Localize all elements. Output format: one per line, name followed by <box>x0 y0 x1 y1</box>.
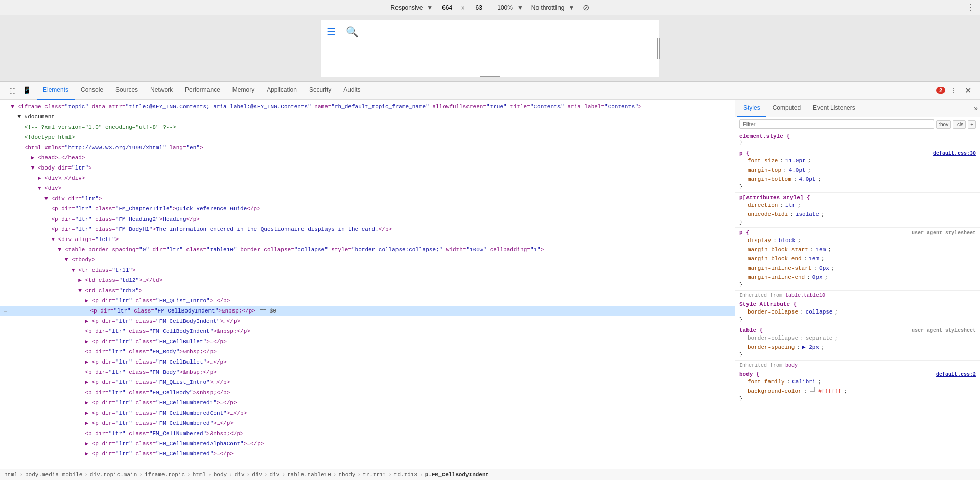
dom-line[interactable]: ▶ <p dir="ltr" class="FM_CellNumbered">…… <box>0 418 735 428</box>
styles-more-icon[interactable]: » <box>974 104 978 112</box>
dom-line[interactable]: <p dir="ltr" class="FM_Body">&nbsp;</p> <box>0 367 735 377</box>
style-prop: unicode-bidi : isolate ; <box>739 210 976 219</box>
dom-line[interactable]: ▶ <p dir="ltr" class="FM_QList_Intro">…<… <box>0 377 735 388</box>
style-prop: margin-inline-start : 0px ; <box>739 263 976 273</box>
hamburger-icon[interactable]: ☰ <box>326 26 336 38</box>
more-tools-button[interactable]: ⋮ <box>947 84 960 97</box>
zoom-chevron-icon: ▼ <box>517 4 523 11</box>
dom-line[interactable]: ▼ <div dir="ltr"> <box>0 194 735 204</box>
style-section-p-1: p { default.css:30 font-size : 11.0pt ; … <box>735 148 980 193</box>
tab-event-listeners[interactable]: Event Listeners <box>807 100 861 117</box>
cls-filter-button[interactable]: .cls <box>953 120 966 129</box>
devtools-tab-bar: ⬚ 📱 Elements Console Sources Network Per… <box>0 82 980 100</box>
dom-line[interactable]: <p dir="ltr" class="FM_Body">&nbsp;</p> <box>0 347 735 357</box>
dom-line[interactable]: ▼ <iframe class="topic" data-attr="title… <box>0 102 735 112</box>
tab-memory[interactable]: Memory <box>226 82 261 100</box>
tab-elements[interactable]: Elements <box>37 82 75 100</box>
dom-line[interactable]: ▼ <tr class="tr11"> <box>0 265 735 275</box>
dom-line[interactable]: ▶ <p dir="ltr" class="FM_CellNumberedCon… <box>0 408 735 418</box>
breadcrumb-p-fm-cell-body-indent[interactable]: p.FM_CellBodyIndent <box>425 472 489 478</box>
hover-filter-button[interactable]: :hov <box>936 120 951 129</box>
resize-handle-right[interactable] <box>656 20 662 77</box>
more-options-icon[interactable]: ⋮ <box>967 3 975 12</box>
style-prop: margin-top : 4.0pt ; <box>739 165 976 175</box>
dom-line[interactable]: ▶ <p dir="ltr" class="FM_CellNumbered">…… <box>0 449 735 459</box>
dom-line[interactable]: ▶ <p dir="ltr" class="FM_CellNumberedAlp… <box>0 439 735 449</box>
mobile-toggle-button[interactable]: 📱 <box>20 84 33 97</box>
close-devtools-button[interactable]: ✕ <box>962 84 974 97</box>
breadcrumb-html[interactable]: html <box>4 472 17 478</box>
tab-audits[interactable]: Audits <box>337 82 366 100</box>
filter-input[interactable] <box>739 119 934 129</box>
dom-line[interactable]: ▼ <div> <box>0 183 735 194</box>
dom-line[interactable]: <p dir="ltr" class="FM_Heading2">Heading… <box>0 214 735 224</box>
zoom-selector[interactable]: 100% <box>497 4 513 11</box>
style-prop: direction : ltr ; <box>739 201 976 210</box>
throttle-selector[interactable]: No throttling <box>531 4 565 11</box>
search-icon[interactable]: 🔍 <box>346 26 359 38</box>
breadcrumb-tr-tr11[interactable]: tr.tr11 <box>363 472 386 478</box>
dom-line[interactable]: <p dir="ltr" class="FM_CellBodyIndent">&… <box>0 326 735 337</box>
breadcrumb-body[interactable]: body <box>214 472 227 478</box>
style-selector: p[Attributes Style] { <box>739 195 976 201</box>
color-swatch <box>810 387 815 392</box>
chevron-down-icon: ▼ <box>427 4 433 11</box>
dom-line[interactable]: <!doctype html> <box>0 132 735 142</box>
tab-computed[interactable]: Computed <box>766 100 807 117</box>
dom-line[interactable]: <html xmlns="http://www.w3.org/1999/xhtm… <box>0 142 735 153</box>
dom-line[interactable]: ▶ <p dir="ltr" class="FM_CellBullet">…</… <box>0 357 735 367</box>
breadcrumb-table-table10[interactable]: table.table10 <box>287 472 331 478</box>
dom-line-selected[interactable]: … <p dir="ltr" class="FM_CellBodyIndent"… <box>0 306 735 316</box>
dom-tree-panel[interactable]: ▼ <iframe class="topic" data-attr="title… <box>0 100 735 469</box>
breadcrumb-body-media-mobile[interactable]: body.media-mobile <box>25 472 82 478</box>
breadcrumb-iframe-topic[interactable]: iframe.topic <box>145 472 185 478</box>
dom-line[interactable]: <p dir="ltr" class="FM_ChapterTitle">Qui… <box>0 204 735 214</box>
style-source-link[interactable]: default.css:30 <box>933 151 976 156</box>
tab-network[interactable]: Network <box>144 82 179 100</box>
add-style-button[interactable]: + <box>968 120 976 129</box>
dom-line[interactable]: ▶ <head>…</head> <box>0 153 735 163</box>
dom-line[interactable]: ▼ <table border-spacing="0" dir="ltr" cl… <box>0 245 735 255</box>
tab-performance[interactable]: Performance <box>179 82 226 100</box>
breadcrumb-tbody[interactable]: tbody <box>338 472 355 478</box>
dom-line[interactable]: ▼ <tbody> <box>0 255 735 265</box>
dom-line[interactable]: ▶ <p dir="ltr" class="FM_CellBodyIndent"… <box>0 316 735 326</box>
dom-line[interactable]: ▶ <p dir="ltr" class="FM_CellBullet">…</… <box>0 337 735 347</box>
breadcrumb-html2[interactable]: html <box>193 472 206 478</box>
error-count-badge: 2 <box>936 87 945 94</box>
breadcrumb-div1[interactable]: div <box>235 472 245 478</box>
dom-line[interactable]: ▶ <div>…</div> <box>0 173 735 183</box>
dom-line[interactable]: ▼ <div align="left"> <box>0 234 735 245</box>
dom-line[interactable]: ▼ <td class="td13"> <box>0 285 735 296</box>
tab-security[interactable]: Security <box>303 82 337 100</box>
styles-tab-bar: Styles Computed Event Listeners » <box>735 100 980 117</box>
dom-line[interactable]: ▼ <body dir="ltr"> <box>0 163 735 173</box>
style-section-p-ua: p { user agent stylesheet display : bloc… <box>735 228 980 291</box>
style-selector: p { default.css:30 <box>739 150 976 156</box>
dom-line[interactable]: <p dir="ltr" class="FM_CellBody">&nbsp;<… <box>0 388 735 398</box>
tab-styles[interactable]: Styles <box>737 100 766 117</box>
dom-line[interactable]: ▶ <p dir="ltr" class="FM_CellNumbered1">… <box>0 398 735 408</box>
style-prop: border-collapse : separate ; <box>739 333 976 343</box>
device-selector[interactable]: Responsive <box>391 4 423 11</box>
dom-line[interactable]: <p dir="ltr" class="FM_CellNumbered">&nb… <box>0 428 735 439</box>
inspect-element-button[interactable]: ⬚ <box>6 84 18 97</box>
breadcrumb-div-topic-main[interactable]: div.topic.main <box>90 472 137 478</box>
style-prop: background-color : #ffffff ; <box>739 387 976 396</box>
resize-handle-bottom[interactable] <box>480 74 500 80</box>
tab-sources[interactable]: Sources <box>109 82 144 100</box>
width-input[interactable] <box>437 4 457 11</box>
breadcrumb-td-td13[interactable]: td.td13 <box>394 472 417 478</box>
breadcrumb-bar: html › body.media-mobile › div.topic.mai… <box>0 469 980 480</box>
tab-console[interactable]: Console <box>75 82 109 100</box>
dom-line[interactable]: ▶ <td class="td12">…</td> <box>0 275 735 285</box>
breadcrumb-div2[interactable]: div <box>252 472 262 478</box>
height-input[interactable] <box>469 4 489 11</box>
dom-line[interactable]: <p dir="ltr" class="FM_BodyH1">The infor… <box>0 224 735 234</box>
tab-application[interactable]: Application <box>261 82 303 100</box>
breadcrumb-div3[interactable]: div <box>270 472 280 478</box>
dom-line[interactable]: <!-- ?xml version="1.0" encoding="utf-8"… <box>0 122 735 132</box>
style-source-link[interactable]: default.css:2 <box>936 372 976 377</box>
dom-line[interactable]: ▼ #document <box>0 112 735 122</box>
dom-line[interactable]: ▶ <p dir="ltr" class="FM_QList_Intro">…<… <box>0 296 735 306</box>
